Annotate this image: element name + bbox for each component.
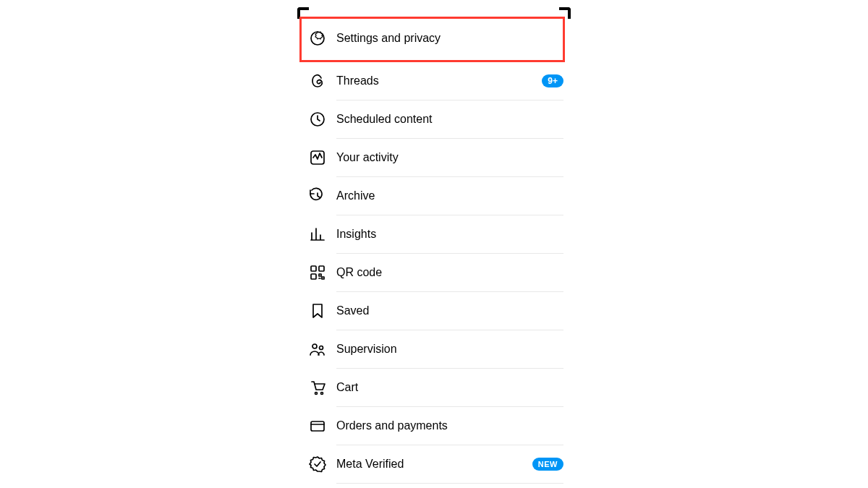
menu-label: Scheduled content — [336, 113, 563, 126]
menu-item-threads[interactable]: Threads 9+ — [309, 62, 563, 100]
svg-rect-10 — [311, 421, 324, 431]
menu-list: Settings and privacy Threads 9+ Schedule… — [297, 7, 571, 484]
menu-label: Insights — [336, 228, 563, 241]
cart-icon — [309, 379, 336, 396]
verified-icon — [309, 455, 336, 473]
threads-icon — [309, 72, 336, 90]
settings-panel: Settings and privacy Threads 9+ Schedule… — [297, 7, 571, 484]
menu-item-meta-verified[interactable]: Meta Verified NEW — [309, 445, 563, 483]
menu-label: Supervision — [336, 343, 563, 356]
saved-icon — [309, 302, 336, 320]
menu-label: Cart — [336, 381, 563, 394]
svg-rect-4 — [319, 266, 324, 271]
insights-icon — [309, 226, 336, 243]
new-badge: NEW — [532, 458, 563, 471]
gear-icon — [309, 30, 336, 47]
qr-icon — [309, 264, 336, 281]
menu-item-orders-payments[interactable]: Orders and payments — [309, 407, 563, 445]
menu-label: QR code — [336, 266, 563, 279]
activity-icon — [309, 149, 336, 166]
menu-item-insights[interactable]: Insights — [309, 215, 563, 253]
menu-label: Settings and privacy — [336, 32, 563, 45]
svg-point-8 — [315, 393, 318, 395]
menu-item-supervision[interactable]: Supervision — [309, 330, 563, 368]
menu-label: Threads — [336, 74, 542, 87]
clock-icon — [309, 111, 336, 128]
svg-point-9 — [321, 393, 323, 395]
menu-label: Saved — [336, 304, 563, 317]
menu-item-scheduled-content[interactable]: Scheduled content — [309, 100, 563, 138]
menu-label: Meta Verified — [336, 458, 532, 471]
svg-rect-3 — [311, 266, 316, 271]
menu-label: Orders and payments — [336, 419, 563, 432]
menu-item-settings-privacy[interactable]: Settings and privacy — [309, 20, 563, 57]
supervision-icon — [309, 341, 336, 358]
notification-badge: 9+ — [542, 74, 563, 87]
svg-point-7 — [320, 346, 323, 350]
menu-item-qr-code[interactable]: QR code — [309, 254, 563, 291]
card-icon — [309, 417, 336, 435]
menu-label: Your activity — [336, 151, 563, 164]
archive-icon — [309, 187, 336, 205]
menu-item-saved[interactable]: Saved — [309, 292, 563, 330]
frame-corner-top-left — [297, 7, 309, 19]
svg-point-6 — [312, 344, 317, 348]
frame-corner-top-right — [559, 7, 571, 19]
menu-item-cart[interactable]: Cart — [309, 369, 563, 406]
menu-item-your-activity[interactable]: Your activity — [309, 139, 563, 176]
menu-label: Archive — [336, 189, 563, 202]
svg-rect-5 — [311, 274, 316, 279]
menu-item-archive[interactable]: Archive — [309, 177, 563, 215]
separator — [336, 483, 563, 484]
